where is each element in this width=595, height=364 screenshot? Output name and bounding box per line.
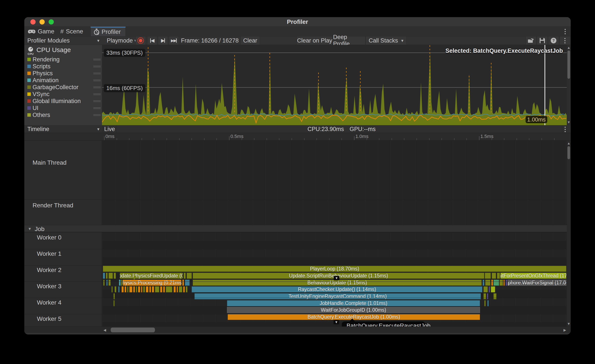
main-thread-row-4-span[interactable] <box>487 293 488 299</box>
main-thread-row-4-span[interactable] <box>113 293 115 299</box>
main-thread-row-3-span[interactable] <box>174 286 176 292</box>
thread-label-render[interactable]: Render Thread <box>33 202 73 209</box>
timeline-scrollbar-thumb[interactable] <box>567 146 570 159</box>
tab-profiler[interactable]: Profiler <box>91 27 126 36</box>
main-thread-row-3-span[interactable] <box>163 286 165 292</box>
legend-drag-handle-icon[interactable] <box>93 107 101 109</box>
legend-drag-handle-icon[interactable] <box>93 93 101 95</box>
tab-bar-menu-icon[interactable] <box>564 29 566 34</box>
thread-label-main[interactable]: Main Thread <box>33 159 67 166</box>
main-thread-row-3-span[interactable] <box>183 286 185 292</box>
main-thread-row-2-span[interactable] <box>503 280 505 286</box>
legend-item-garbagecollector[interactable]: GarbageCollector <box>24 84 102 91</box>
main-thread-row-2-span[interactable] <box>483 280 484 286</box>
main-thread-row-2-span[interactable]: hysics.Processing (0.21ms <box>123 280 181 286</box>
selection-marker-icon[interactable]: ▼ <box>334 276 339 280</box>
scroll-down-icon[interactable]: ▼ <box>567 322 571 326</box>
main-thread-row-3-span[interactable] <box>136 286 137 292</box>
main-thread-row-3-span[interactable] <box>160 286 162 292</box>
main-thread-row-1-span[interactable] <box>187 273 192 279</box>
toolbar-menu-button[interactable] <box>560 36 570 45</box>
legend-drag-handle-icon[interactable] <box>93 86 101 89</box>
record-button[interactable] <box>135 36 146 45</box>
main-thread-row-3-span[interactable] <box>166 286 172 292</box>
main-thread-row-3-span[interactable] <box>489 286 490 292</box>
main-thread-row-2-span[interactable] <box>493 280 499 286</box>
main-thread-row-3-span[interactable] <box>143 286 145 292</box>
main-thread-row-2-span[interactable] <box>485 280 490 286</box>
main-thread-row-3-span[interactable] <box>138 286 140 292</box>
main-thread-row-3-span[interactable] <box>129 286 132 292</box>
main-thread-row-2-span[interactable] <box>182 280 184 286</box>
disclosure-triangle-icon[interactable]: ▼ <box>28 227 32 231</box>
legend-item-others[interactable]: Others <box>24 112 102 119</box>
scroll-right-icon[interactable]: ▶ <box>563 328 567 332</box>
main-thread-row-3-span[interactable] <box>179 286 182 292</box>
main-thread-row-2-span[interactable]: BehaviourUpdate (1.15ms) <box>193 280 482 286</box>
legend-item-global-illumination[interactable]: Global Illumination <box>24 98 102 105</box>
main-thread-row-3-span[interactable] <box>483 286 488 292</box>
main-thread-row-3-span[interactable] <box>177 286 178 292</box>
legend-item-rendering[interactable]: Rendering <box>24 56 102 63</box>
main-thread-row-2-span[interactable] <box>500 280 503 286</box>
main-thread-row-3-span[interactable] <box>112 286 113 292</box>
horizontal-scrollbar[interactable]: ◀ ▶ <box>24 327 571 333</box>
clear-button[interactable]: Clear <box>241 36 260 45</box>
main-thread-row-3-span[interactable] <box>186 286 187 292</box>
legend-drag-handle-icon[interactable] <box>93 79 101 82</box>
main-thread-row-2-span[interactable] <box>108 280 111 286</box>
main-thread-row-1-span[interactable] <box>106 273 108 279</box>
legend-drag-handle-icon[interactable] <box>93 72 101 75</box>
title-bar[interactable]: Profiler <box>24 17 571 27</box>
main-thread-row-4-span[interactable] <box>483 293 486 299</box>
main-thread-row-2-span[interactable] <box>106 280 108 286</box>
main-thread-row-1-span[interactable]: aitForPresentOnGfxThread (17. <box>500 273 566 279</box>
thread-label-worker-1[interactable]: Worker 1 <box>37 250 61 257</box>
main-thread-row-5-span[interactable] <box>484 300 486 306</box>
main-thread-row-2-span[interactable] <box>103 280 105 286</box>
help-button[interactable]: ? <box>548 36 559 45</box>
main-thread-row-5-span[interactable] <box>487 300 489 306</box>
main-thread-row-3-span[interactable] <box>125 286 126 292</box>
main-thread-row-4-span[interactable]: TestUnityEngineRaycastCommand (1.14ms) <box>194 293 481 299</box>
main-thread-row-1-span[interactable] <box>114 273 116 279</box>
worker2-subtick[interactable] <box>134 274 135 280</box>
thread-label-worker-4[interactable]: Worker 4 <box>37 299 61 306</box>
main-thread-row-2-span[interactable] <box>185 280 190 286</box>
main-thread-row-3-span[interactable] <box>152 286 154 292</box>
time-ruler[interactable]: 0ms0.5ms1.0ms1.5ms <box>24 133 571 140</box>
main-thread-row-3-span[interactable] <box>114 286 116 292</box>
timeline-menu-icon[interactable] <box>564 127 566 132</box>
main-thread-row-1-span[interactable] <box>485 273 491 279</box>
main-thread-row-1-span[interactable]: pdate.PhysicsFixedUpdate (0 <box>120 273 183 279</box>
scroll-left-icon[interactable]: ◀ <box>103 328 107 332</box>
main-thread-row-0-span[interactable]: PlayerLoop (18.70ms) <box>103 266 566 272</box>
cpu-chart[interactable]: 33ms (30FPS) 16ms (60FPS) Selected: Batc… <box>102 45 567 125</box>
main-thread-row-3-span[interactable] <box>141 286 142 292</box>
cpu-usage-graph[interactable] <box>102 45 567 125</box>
load-profile-button[interactable] <box>525 36 536 45</box>
thread-label-worker-2[interactable]: Worker 2 <box>37 266 61 273</box>
legend-drag-handle-icon[interactable] <box>93 65 101 68</box>
thread-label-worker-5[interactable]: Worker 5 <box>37 315 61 322</box>
scroll-up-icon[interactable]: ▲ <box>567 141 571 145</box>
main-thread-row-2-span[interactable] <box>506 280 507 286</box>
main-thread-row-3-span[interactable] <box>146 286 149 292</box>
save-profile-button[interactable] <box>537 36 548 45</box>
main-thread-row-1-span[interactable] <box>103 273 105 279</box>
scroll-down-icon[interactable]: ▼ <box>567 120 571 124</box>
legend-drag-handle-icon[interactable] <box>93 58 101 61</box>
view-mode-dropdown[interactable]: Timeline ▾ <box>27 125 105 133</box>
main-thread-row-1-span[interactable] <box>184 273 186 279</box>
main-thread-row-2-span[interactable]: maphore.WaitForSignal (17.06m <box>508 280 566 286</box>
main-thread-row-5-span[interactable] <box>113 300 114 306</box>
legend-item-animation[interactable]: Animation <box>24 77 102 84</box>
main-thread-row-2-span[interactable] <box>119 280 121 286</box>
main-thread-row-3-span[interactable] <box>118 286 120 292</box>
scroll-up-icon[interactable]: ▲ <box>567 46 571 50</box>
deep-profile-button[interactable]: Deep Profile <box>333 36 365 45</box>
horizontal-scrollbar-thumb[interactable] <box>111 328 155 332</box>
legend-item-physics[interactable]: Physics <box>24 70 102 77</box>
selection-marker-icon[interactable]: ▼ <box>333 320 339 324</box>
main-thread-row-1-span[interactable] <box>497 273 500 279</box>
